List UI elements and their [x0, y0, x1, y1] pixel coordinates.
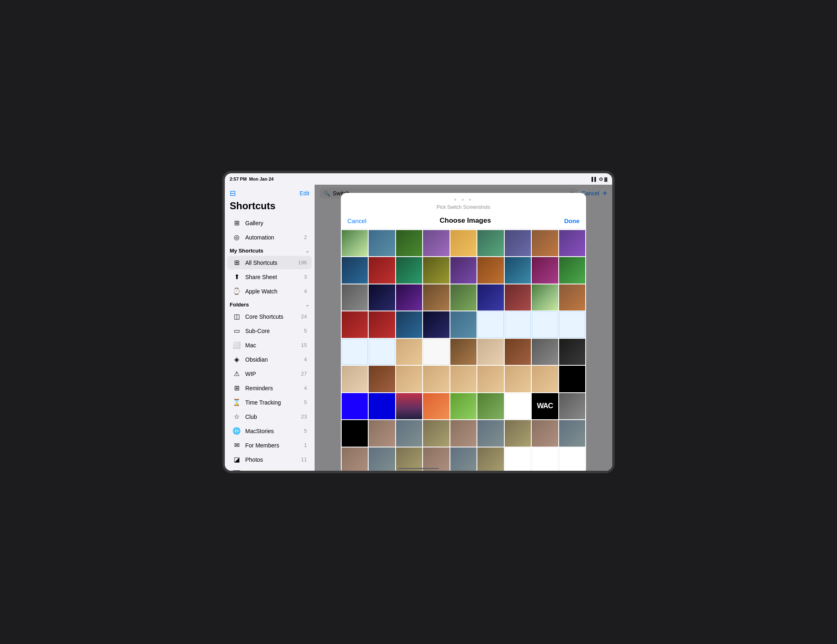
list-item[interactable] [342, 420, 368, 446]
modal-done-button[interactable]: Done [564, 217, 580, 224]
list-item[interactable] [342, 230, 368, 256]
list-item[interactable] [532, 447, 558, 471]
list-item[interactable] [396, 393, 422, 419]
list-item[interactable] [477, 230, 504, 256]
list-item[interactable] [477, 420, 504, 446]
list-item[interactable] [532, 311, 558, 338]
list-item[interactable] [505, 420, 531, 446]
list-item[interactable] [423, 393, 449, 419]
list-item[interactable] [450, 284, 477, 311]
sidebar-item-wip[interactable]: ⚠ WIP 27 [227, 367, 312, 380]
list-item[interactable] [532, 257, 558, 283]
list-item[interactable] [505, 311, 531, 338]
list-item[interactable] [369, 311, 395, 338]
sidebar-item-apple-watch[interactable]: ⌚ Apple Watch 4 [227, 284, 312, 298]
list-item[interactable] [559, 447, 585, 471]
list-item[interactable] [505, 339, 531, 365]
list-item[interactable] [532, 366, 558, 392]
list-item[interactable] [396, 284, 422, 311]
list-item[interactable] [505, 230, 531, 256]
list-item[interactable] [505, 366, 531, 392]
list-item[interactable] [450, 311, 477, 338]
list-item[interactable] [477, 311, 504, 338]
list-item[interactable] [342, 447, 368, 471]
list-item[interactable] [450, 366, 477, 392]
list-item[interactable] [369, 420, 395, 446]
list-item[interactable] [559, 393, 585, 419]
sidebar-item-reminders[interactable]: ⊞ Reminders 4 [227, 381, 312, 395]
list-item[interactable] [342, 311, 368, 338]
list-item[interactable] [369, 366, 395, 392]
list-item[interactable] [423, 447, 449, 471]
sidebar-item-mac[interactable]: ⬜ Mac 15 [227, 338, 312, 352]
list-item[interactable] [477, 257, 504, 283]
sidebar-item-all-shortcuts[interactable]: ⊞ All Shortcuts 196 [227, 256, 312, 269]
sidebar-item-photos[interactable]: ◪ Photos 11 [227, 453, 312, 466]
sidebar-item-obsidian[interactable]: ◈ Obsidian 4 [227, 353, 312, 366]
list-item[interactable] [396, 257, 422, 283]
list-item[interactable] [559, 366, 585, 392]
sidebar-item-share-sheet[interactable]: ⬆ Share Sheet 3 [227, 270, 312, 284]
list-item[interactable] [477, 447, 504, 471]
sidebar-item-sub-core[interactable]: ▭ Sub-Core 5 [227, 324, 312, 338]
list-item[interactable] [477, 393, 504, 419]
list-item[interactable] [342, 339, 368, 365]
list-item[interactable] [477, 366, 504, 392]
list-item[interactable] [396, 339, 422, 365]
list-item[interactable] [342, 257, 368, 283]
list-item[interactable] [423, 366, 449, 392]
sidebar-item-macstories[interactable]: 🌐 MacStories 5 [227, 424, 312, 438]
modal-cancel-button[interactable]: Cancel [347, 217, 367, 224]
list-item[interactable] [396, 366, 422, 392]
list-item[interactable] [559, 311, 585, 338]
list-item[interactable] [450, 420, 477, 446]
list-item[interactable] [450, 447, 477, 471]
list-item[interactable] [423, 339, 449, 365]
list-item[interactable] [396, 311, 422, 338]
list-item[interactable] [423, 257, 449, 283]
sidebar-item-club[interactable]: ☆ Club 23 [227, 410, 312, 423]
list-item[interactable] [532, 284, 558, 311]
list-item[interactable] [396, 420, 422, 446]
list-item[interactable] [505, 257, 531, 283]
list-item[interactable] [559, 339, 585, 365]
list-item[interactable] [369, 339, 395, 365]
list-item[interactable] [505, 447, 531, 471]
list-item[interactable] [342, 393, 368, 419]
edit-button[interactable]: Edit [300, 190, 309, 197]
my-shortcuts-chevron[interactable]: ⌄ [305, 248, 309, 254]
list-item[interactable] [450, 230, 477, 256]
list-item[interactable] [559, 257, 585, 283]
sidebar-item-review[interactable]: ⬛ Review 6 [227, 467, 312, 471]
list-item[interactable] [342, 284, 368, 311]
list-item[interactable] [559, 284, 585, 311]
list-item[interactable] [559, 230, 585, 256]
list-item[interactable] [369, 284, 395, 311]
sidebar-item-core-shortcuts[interactable]: ◫ Core Shortcuts 24 [227, 310, 312, 323]
sidebar-toggle-icon[interactable]: ⊟ [230, 189, 236, 198]
folders-chevron[interactable]: ⌄ [305, 302, 309, 308]
list-item[interactable] [505, 284, 531, 311]
list-item[interactable] [342, 366, 368, 392]
list-item[interactable] [477, 284, 504, 311]
sidebar-item-gallery[interactable]: ⊞ Gallery [227, 216, 312, 230]
list-item[interactable] [505, 393, 531, 419]
list-item[interactable] [423, 230, 449, 256]
list-item[interactable]: WAC [532, 393, 558, 419]
list-item[interactable] [369, 393, 395, 419]
list-item[interactable] [450, 339, 477, 365]
sidebar-item-time-tracking[interactable]: ⌛ Time Tracking 5 [227, 396, 312, 409]
sidebar-item-for-members[interactable]: ✉ For Members 1 [227, 438, 312, 452]
list-item[interactable] [532, 230, 558, 256]
list-item[interactable] [396, 230, 422, 256]
list-item[interactable] [369, 230, 395, 256]
list-item[interactable] [559, 420, 585, 446]
list-item[interactable] [369, 447, 395, 471]
list-item[interactable] [369, 257, 395, 283]
list-item[interactable] [396, 447, 422, 471]
list-item[interactable] [532, 339, 558, 365]
list-item[interactable] [450, 393, 477, 419]
list-item[interactable] [423, 420, 449, 446]
sidebar-item-automation[interactable]: ◎ Automation 2 [227, 230, 312, 244]
list-item[interactable] [450, 257, 477, 283]
